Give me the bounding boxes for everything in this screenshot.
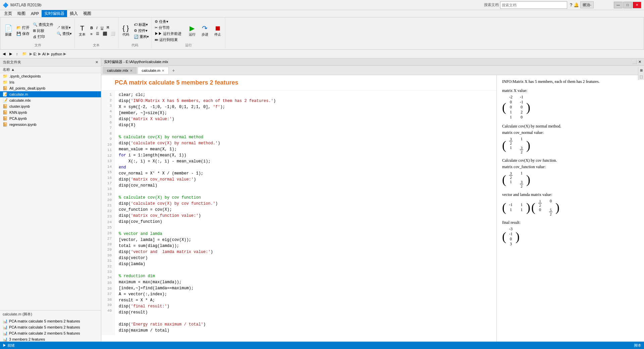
italic-button[interactable]: I — [95, 26, 99, 30]
paren-left: ( — [502, 201, 506, 213]
restructure-button[interactable]: 🔄 重构▾ — [132, 34, 150, 40]
title-search-area: 搜索文档 ? 🔔 彼治- — [484, 1, 594, 9]
stop-button[interactable]: ⏹ 停止 — [212, 24, 224, 38]
menu-plot[interactable]: 绘图 — [15, 10, 28, 17]
file-item-pca[interactable]: 📔 PCA.ipynb — [0, 115, 101, 121]
list2-button[interactable]: ☰ — [95, 31, 101, 36]
menu-view[interactable]: 视图 — [80, 10, 94, 17]
folder-icon: 📁 — [3, 74, 8, 79]
paren-left: ( — [502, 173, 506, 186]
print-button[interactable]: 🖨 打印 — [32, 34, 55, 40]
file-item-calculate-mlx[interactable]: 📝 calculate.mlx — [0, 97, 101, 103]
stop-icon: ⏹ — [214, 24, 221, 32]
file-name: cluster.ipynb — [9, 104, 30, 108]
matrix-cells: 32 1 1 32 — [506, 171, 526, 188]
output-vector-lamda: vector and lamda matrix value: ( -1 1 1 … — [502, 192, 639, 216]
find-file-button[interactable]: 🔍 查找文件 — [32, 22, 55, 28]
section-split-button[interactable]: ✂ 分节符 — [153, 25, 183, 31]
text-button[interactable]: T 文本 — [76, 24, 88, 38]
file-item-knn[interactable]: 📔 KNN.ipynb — [0, 109, 101, 115]
run-end-button[interactable]: ⏭ 运行到结束 — [153, 37, 183, 43]
nav-forward-button[interactable]: ▶ — [8, 51, 13, 56]
matrix-row: 0 — [507, 237, 514, 242]
bold-button[interactable]: B — [89, 26, 94, 30]
run-button[interactable]: ▶ 运行 — [186, 24, 198, 38]
editor-expand-icon[interactable]: ⬜ — [632, 60, 637, 64]
lamda-display: ( 12 0 0 52 — [531, 199, 559, 216]
editor-close-icon[interactable]: ✕ — [638, 60, 641, 64]
underline-button[interactable]: U — [99, 26, 105, 30]
list1-button[interactable]: ≡ — [89, 31, 94, 36]
notification-icon[interactable]: 🔔 — [574, 2, 579, 7]
ln-6: 6 — [101, 120, 114, 126]
minimize-button[interactable]: — — [614, 2, 623, 8]
run-action-buttons: ▶ 运行 — [186, 24, 198, 38]
align2-button[interactable]: ⬜ — [109, 31, 117, 36]
ln-34: 34 — [101, 275, 114, 281]
tab-close-m[interactable]: ✕ — [162, 69, 164, 72]
menu-liveeditor[interactable]: 实时编辑器 — [42, 10, 67, 17]
file-item-cluster[interactable]: 📔 cluster.ipynb — [0, 103, 101, 109]
notebook-icon: 📔 — [3, 122, 8, 127]
ln-15: 15 — [101, 169, 114, 175]
final-label: final result: — [502, 220, 639, 225]
open-button[interactable]: 📂 打开 — [15, 25, 31, 31]
control-button[interactable]: ⚙ 控件▾ — [132, 28, 150, 34]
code-line-39: disp('Energy ratio maximum / total') — [119, 321, 492, 328]
close-button[interactable]: ✕ — [633, 2, 641, 8]
new-button[interactable]: 📄 新建 — [2, 24, 14, 38]
paren-right: ) — [526, 173, 530, 186]
cell: -1 — [518, 100, 525, 105]
goto-button[interactable]: ↗ 转至▾ — [55, 25, 73, 31]
panel-collapse-icon[interactable]: ✕ — [95, 60, 98, 64]
code-button[interactable]: { } 代码 — [120, 24, 132, 38]
search-input[interactable] — [500, 1, 567, 9]
bottom-item-1[interactable]: 📊 PCA matrix calculate 5 members 2 featu… — [3, 318, 98, 324]
run-forward-button[interactable]: ▶▶ 运行并前进 — [153, 31, 183, 37]
file-item-iris[interactable]: 📁 Iris — [0, 79, 101, 85]
step-button[interactable]: ↷ 步进 — [199, 24, 211, 38]
ln-23: 23 — [101, 214, 114, 219]
sidebar-icon2[interactable]: ⬚ — [640, 75, 643, 79]
nav-up-button[interactable]: ↑ — [15, 52, 19, 56]
file-name: PCA.ipynb — [9, 116, 27, 120]
cell: 1 — [507, 115, 514, 120]
file-item-checkpoints[interactable]: 📁 .ipynb_checkpoints — [0, 73, 101, 79]
file-name: calculate.m — [9, 92, 28, 96]
nav-back-button[interactable]: ◀ — [1, 51, 7, 56]
menu-app[interactable]: APP — [28, 11, 42, 17]
cell: 1 — [518, 207, 525, 212]
maximize-button[interactable]: □ — [623, 2, 632, 8]
align1-button[interactable]: ⬛ — [101, 31, 109, 36]
menu-insert[interactable]: 插入 — [67, 10, 80, 17]
cell: 2 — [518, 110, 525, 115]
search-btn[interactable]: 🔍 查找▾ — [55, 31, 73, 37]
user-button[interactable]: 彼治- — [580, 1, 594, 8]
code-line-23 — [119, 225, 492, 231]
text-icon: T — [80, 24, 84, 32]
file-item-allpoints[interactable]: 📔 All_points_dealt.ipynb — [0, 85, 101, 91]
cell: 0 — [547, 199, 554, 207]
tab-close-mlx[interactable]: ✕ — [130, 69, 132, 72]
file-item-regression[interactable]: 📔 regression.ipynb — [0, 121, 101, 128]
tab-calculate-mlx[interactable]: calculate.mlx ✕ — [103, 67, 137, 74]
bottom-item-3[interactable]: 📊 PCA matrix calculate 2 members 5 featu… — [3, 330, 98, 336]
tab-calculate-m[interactable]: calculate.m ✕ — [138, 67, 169, 74]
nav-folder-button[interactable]: 📁 — [21, 51, 28, 56]
code-editor[interactable]: PCA matrix calculate 5 members 2 feature… — [101, 75, 496, 344]
save-button[interactable]: 💾 保存 — [15, 31, 31, 37]
matrix-row: 1 32 — [507, 180, 525, 188]
tab-add-button[interactable]: + — [169, 66, 177, 74]
step-icon: ↷ — [202, 24, 208, 32]
menu-home[interactable]: 主页 — [1, 10, 15, 17]
label-button[interactable]: 🏷 标题▾ — [132, 22, 150, 28]
file-item-calculate-m[interactable]: 📝 calculate.m — [0, 91, 101, 97]
help-icon[interactable]: ? — [570, 2, 572, 7]
cell: 0 — [518, 115, 525, 120]
mono-button[interactable]: M — [105, 25, 110, 30]
code-label: 代码 — [122, 32, 129, 37]
bottom-item-2[interactable]: 📊 PCA matrix calculate 5 members 2 featu… — [3, 324, 98, 330]
compare-button[interactable]: ⊞ 比较 — [32, 28, 55, 34]
bottom-item-label: 3 members 2 features — [9, 337, 45, 341]
task-button[interactable]: ⚙ 任务▾ — [153, 19, 183, 24]
